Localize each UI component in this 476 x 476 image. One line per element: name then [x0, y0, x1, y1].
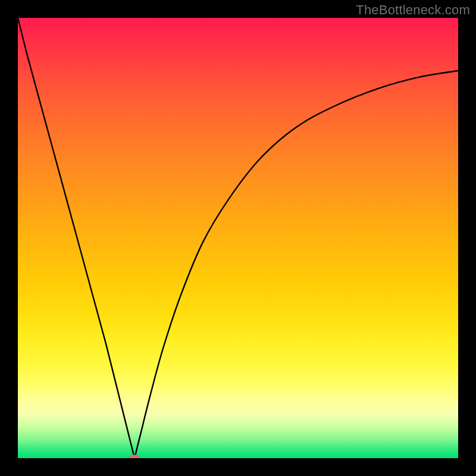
watermark-text: TheBottleneck.com: [356, 2, 470, 18]
chart-frame: TheBottleneck.com: [0, 0, 476, 476]
bottleneck-curve: [18, 18, 458, 458]
plot-area: [18, 18, 458, 458]
optimum-marker: [129, 455, 140, 458]
